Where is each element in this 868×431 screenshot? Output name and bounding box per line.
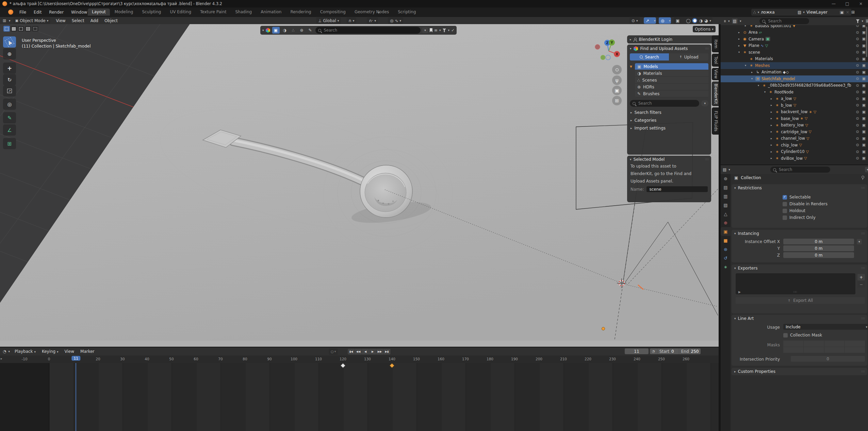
expand-icon[interactable]: ▸: [769, 150, 773, 153]
outliner-row[interactable]: ▸ ⊙ Area ▱ ⊙ ▣: [721, 29, 868, 36]
workspace-tab[interactable]: Scripting: [394, 8, 420, 16]
workspace-tab[interactable]: UV Editing: [166, 8, 195, 16]
hide-eye-icon[interactable]: ⊙: [856, 130, 859, 134]
topbar-menu-item[interactable]: Render: [45, 10, 67, 15]
cursor-tool[interactable]: ⊕: [3, 48, 16, 59]
properties-options-icon[interactable]: ▾: [865, 167, 868, 172]
expand-icon[interactable]: ▾: [763, 90, 767, 93]
asset-type-row[interactable]: ⊛ HDRs: [635, 84, 708, 90]
transport-button[interactable]: ▶▮: [383, 349, 391, 355]
disable-render-icon[interactable]: ▣: [862, 143, 866, 147]
editor-type-icon[interactable]: ◔: [3, 349, 6, 354]
object-name[interactable]: Cylinder010: [781, 149, 805, 154]
filter-icon[interactable]: [856, 19, 859, 23]
materials-filter-icon[interactable]: ◑: [281, 28, 288, 33]
outliner-row[interactable]: ▾ ∗ Sketchfab_model ⊙ ▣: [721, 75, 868, 82]
outliner-row[interactable]: ▾ ∗ _08b32ed935f46828d709a68a65eeee3_fb …: [721, 82, 868, 89]
disable-render-icon[interactable]: ▣: [862, 97, 866, 101]
workspace-tab[interactable]: Geometry Nodes: [350, 8, 393, 16]
outliner-row[interactable]: ▸ ∗ channel_low ▽ ⊙ ▣: [721, 135, 868, 142]
expand-icon[interactable]: ▸: [769, 130, 773, 133]
object-name[interactable]: RootNode: [774, 90, 793, 94]
disable-render-icon[interactable]: ▣: [862, 76, 866, 81]
object-name[interactable]: cartridge_low: [781, 130, 807, 134]
outliner-row[interactable]: ▸ ∗ Cylinder010 ▽ ⊙ ▣: [721, 149, 868, 155]
collapsed-section[interactable]: ▸Search filters: [630, 110, 708, 115]
hide-eye-icon[interactable]: ⊙: [856, 156, 859, 160]
xray-toggle[interactable]: ▣: [674, 17, 686, 24]
custom-properties-panel[interactable]: ▸ Custom Properties∷∷: [732, 368, 867, 375]
editor-splitter-horizontal[interactable]: [0, 347, 719, 347]
models-filter-icon[interactable]: ▣: [272, 27, 280, 34]
object-name[interactable]: Plane: [749, 43, 759, 48]
rotate-tool[interactable]: ↻: [3, 74, 16, 85]
pan-view-button[interactable]: ψ: [612, 75, 622, 85]
mask-toggle[interactable]: [824, 341, 845, 347]
disable-render-icon[interactable]: ▣: [862, 37, 866, 41]
maximize-button[interactable]: □: [842, 1, 852, 6]
add-exporter-button[interactable]: +: [857, 274, 865, 280]
hide-eye-icon[interactable]: ⊙: [856, 90, 859, 94]
transport-button[interactable]: ▶: [369, 349, 376, 355]
disable-render-icon[interactable]: ▣: [862, 110, 866, 114]
outliner-row[interactable]: ▸ ∗ battery_low ▽ ⊙ ▣: [721, 122, 868, 129]
blenderkit-search-input[interactable]: [638, 101, 697, 106]
workspace-layout-icon[interactable]: ⊞: [851, 10, 855, 15]
select-mode-subtract[interactable]: [18, 26, 24, 32]
object-name[interactable]: Area: [749, 30, 757, 35]
mask-toggle[interactable]: [783, 341, 803, 347]
ratings-dropdown-icon[interactable]: ▾: [422, 28, 428, 33]
asset-type-row[interactable]: ∴ Scenes: [635, 77, 708, 84]
checkbox-row[interactable]: Indirect Only: [783, 214, 828, 221]
object-name[interactable]: base_low: [781, 116, 799, 121]
timeline-menu-item[interactable]: Keying ▾: [39, 349, 61, 354]
viewport-menu-item[interactable]: Object: [102, 18, 120, 23]
collection-mask-row[interactable]: Collection Mask: [783, 332, 822, 339]
channel-expand-icon[interactable]: ▸: [1, 357, 2, 360]
viewport-menu-item[interactable]: Select: [69, 18, 87, 23]
disable-render-icon[interactable]: ▣: [862, 150, 866, 154]
start-frame-field[interactable]: 0: [671, 349, 674, 354]
collapsed-section[interactable]: ▸Categories: [630, 118, 708, 123]
workspace-tab[interactable]: Shading: [231, 8, 256, 16]
properties-tab[interactable]: ■: [721, 236, 731, 245]
asset-search-input[interactable]: [323, 28, 418, 33]
disable-render-icon[interactable]: ▣: [862, 130, 866, 134]
properties-search-field[interactable]: [770, 167, 830, 173]
viewport-menu-item[interactable]: Add: [88, 18, 101, 23]
outliner-row[interactable]: ▸ ∗ dviBox_low ▽ ⊙ ▣: [721, 155, 868, 162]
workspace-tab[interactable]: Rendering: [286, 8, 315, 16]
properties-tab[interactable]: ⊚: [721, 174, 731, 183]
snap-toggle[interactable]: ∩▾: [346, 17, 356, 24]
checkbox-row[interactable]: Holdout: [783, 207, 828, 214]
collapse-panel-icon[interactable]: ▾: [630, 158, 632, 161]
solid-shading-icon[interactable]: ●: [692, 18, 697, 23]
timeline-ruler[interactable]: -100203040506070809010011012013014015016…: [0, 356, 719, 363]
checkbox[interactable]: [783, 202, 787, 206]
playhead-line[interactable]: [76, 363, 76, 431]
proportional-edit-controls[interactable]: ◎ ∿▾: [388, 17, 403, 24]
viewport-menu-item[interactable]: View: [53, 18, 68, 23]
object-name[interactable]: Camera: [749, 37, 764, 41]
object-name[interactable]: chip_low: [781, 143, 798, 148]
properties-tab[interactable]: ▧: [721, 201, 731, 209]
categories-tree-icon[interactable]: ≡: [434, 28, 438, 33]
hide-eye-icon[interactable]: ⊙: [856, 30, 859, 35]
expand-icon[interactable]: ▸: [769, 143, 773, 146]
object-name[interactable]: channel_low: [781, 136, 805, 141]
upload-tab-button[interactable]: ↑Upload: [669, 53, 708, 61]
asset-type-expand-icon[interactable]: ▼: [630, 63, 632, 68]
auto-keying-toggle[interactable]: ○▾: [329, 348, 338, 355]
properties-tab[interactable]: ▤: [721, 183, 731, 192]
asset-type-row[interactable]: ◑ Materials: [635, 70, 708, 77]
collapse-icon[interactable]: ▸: [734, 370, 736, 373]
end-frame-field[interactable]: 250: [691, 349, 699, 354]
object-name[interactable]: dviBox_low: [781, 156, 803, 161]
hide-eye-icon[interactable]: ⊙: [856, 44, 859, 48]
disable-render-icon[interactable]: ▣: [862, 90, 866, 94]
close-button[interactable]: ×: [856, 1, 866, 6]
blenderkit-search-field[interactable]: [630, 100, 699, 107]
export-all-button[interactable]: ↑Export All: [736, 297, 865, 304]
annotate-tool[interactable]: ✎: [3, 112, 16, 123]
object-name[interactable]: Animation: [761, 70, 782, 74]
